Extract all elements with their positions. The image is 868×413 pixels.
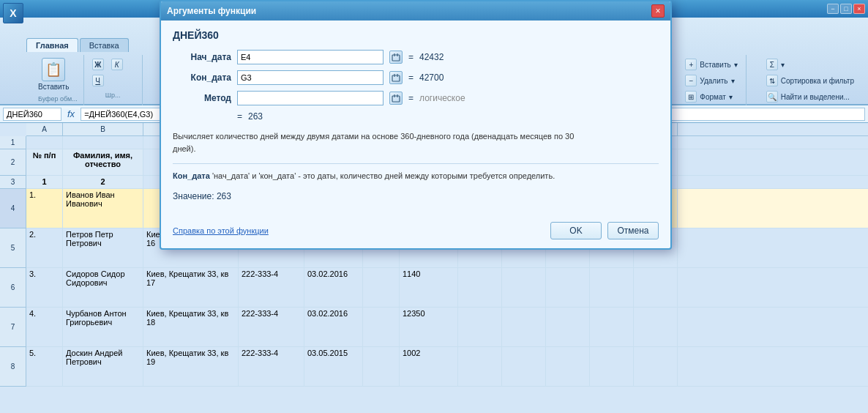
row-header-3[interactable]: 3 [0,176,26,189]
ribbon-tab-insert[interactable]: Вставка [80,38,129,52]
cell-f6[interactable] [363,268,400,307]
cell-c8[interactable]: Киев, Крещатик 33, кв 19 [143,347,239,386]
total-result-row: = 263 [237,111,659,122]
cell-e7[interactable]: 03.02.2016 [304,308,363,346]
cell-g8[interactable]: 1002 [400,347,458,386]
cell-b1[interactable] [63,136,143,149]
cell-i6[interactable] [502,268,546,307]
row-header-6[interactable]: 6 [0,268,26,308]
cell-i8[interactable] [502,347,546,386]
sort-button[interactable]: ⇅ Сортировка и фильтр [764,74,856,87]
italic-button[interactable]: К [109,58,125,71]
paste-button[interactable]: 📋 Вставить [38,58,69,91]
cell-b4[interactable]: Иванов Иван Иванович [63,189,143,228]
cell-j7[interactable] [546,308,590,346]
paste-group-label: Буфер обм... [38,95,78,103]
underline-button[interactable]: Ч [90,74,106,87]
row-header-4[interactable]: 4 [0,189,26,228]
font-buttons: Ж К Ч [90,58,136,87]
cell-a7[interactable]: 4. [26,308,63,346]
cell-a6[interactable]: 3. [26,268,63,307]
help-link[interactable]: Справка по этой функции [173,226,269,235]
cell-j6[interactable] [546,268,590,307]
cell-h7[interactable] [458,308,502,346]
start-date-input[interactable] [237,50,384,64]
ribbon-tab-home[interactable]: Главная [26,38,78,52]
insert-cells-button[interactable]: + Вставить ▾ [683,58,739,71]
cell-e6[interactable]: 03.02.2016 [304,268,363,307]
cell-g7[interactable]: 12350 [400,308,458,346]
col-header-a[interactable]: A [26,123,63,135]
row-headers: 1 2 3 4 5 6 7 8 [0,136,26,387]
start-date-equals: = [408,52,414,62]
svg-rect-3 [392,75,400,81]
col-header-b[interactable]: B [63,123,143,135]
separator [173,163,659,164]
row-header-5[interactable]: 5 [0,228,26,268]
end-date-result: 42700 [419,72,444,83]
cell-l7[interactable] [634,308,678,346]
cell-k8[interactable] [590,347,634,386]
paste-label: Вставить [38,83,69,91]
ribbon-group-font: Ж К Ч Шр... [84,55,143,108]
cancel-button[interactable]: Отмена [607,222,659,239]
method-input[interactable] [237,91,384,105]
cell-c7[interactable]: Киев, Крещатик 33, кв 18 [143,308,239,346]
sum-button[interactable]: Σ ▾ [764,58,787,71]
cell-c6[interactable]: Киев, Крещатик 33, кв 17 [143,268,239,307]
row-header-8[interactable]: 8 [0,347,26,387]
row-header-7[interactable]: 7 [0,308,26,347]
row-header-1[interactable]: 1 [0,136,26,149]
delete-cells-button[interactable]: − Удалить ▾ [683,74,736,87]
cell-d7[interactable]: 222-333-4 [239,308,304,346]
cell-k7[interactable] [590,308,634,346]
cell-i7[interactable] [502,308,546,346]
start-date-picker-icon[interactable] [389,51,403,64]
cell-k6[interactable] [590,268,634,307]
maximize-button[interactable]: □ [840,4,852,14]
cell-b6[interactable]: Сидоров Сидор Сидорович [63,268,143,307]
cell-b7[interactable]: Чурбанов Антон Григорьевич [63,308,143,346]
start-date-result: 42432 [419,52,444,62]
format-cells-icon: ⊞ [685,91,697,103]
param-name: Кон_дата [173,171,210,180]
cell-l8[interactable] [634,347,678,386]
cell-e8[interactable]: 03.05.2015 [304,347,363,386]
cell-j8[interactable] [546,347,590,386]
cell-g6[interactable]: 1140 [400,268,458,307]
cell-d8[interactable]: 222-333-4 [239,347,304,386]
table-row: 5. Доскин Андрей Петрович Киев, Крещатик… [26,347,868,387]
font-group-label: Шр... [90,92,136,99]
cell-a8[interactable]: 5. [26,347,63,386]
cell-a3[interactable]: 1 [26,176,63,188]
cell-h8[interactable] [458,347,502,386]
delete-cells-icon: − [685,75,697,86]
cell-b5[interactable]: Петров Петр Петрович [63,228,143,267]
close-button[interactable]: × [853,4,865,14]
dialog-close-button[interactable]: × [651,4,665,18]
row-header-2[interactable]: 2 [0,149,26,176]
ok-button[interactable]: OK [550,222,602,239]
cell-b3[interactable]: 2 [63,176,143,188]
cell-a5[interactable]: 2. [26,228,63,267]
method-label: Метод [173,93,231,103]
cell-f8[interactable] [363,347,400,386]
cell-f7[interactable] [363,308,400,346]
end-date-input[interactable] [237,70,384,85]
find-button[interactable]: 🔍 Найти и выделени... [764,90,852,103]
bold-button[interactable]: Ж [90,58,106,71]
cell-h6[interactable] [458,268,502,307]
method-picker-icon[interactable] [389,92,403,105]
cell-a4[interactable]: 1. [26,189,63,228]
format-cells-button[interactable]: ⊞ Формат ▾ [683,90,735,103]
ribbon-right-groups: + Вставить ▾ − Удалить ▾ ⊞ Формат ▾ Ячей… [677,55,862,108]
cell-a2[interactable]: № п/п [26,149,63,175]
cell-b8[interactable]: Доскин Андрей Петрович [63,347,143,386]
cell-a1[interactable] [26,136,63,149]
cell-l6[interactable] [634,268,678,307]
minimize-button[interactable]: − [827,4,839,14]
end-date-picker-icon[interactable] [389,71,403,84]
cell-d6[interactable]: 222-333-4 [239,268,304,307]
cell-reference-box[interactable]: ДНЕЙ360 [3,108,61,121]
cell-b2[interactable]: Фамилия, имя, отчество [63,149,143,175]
